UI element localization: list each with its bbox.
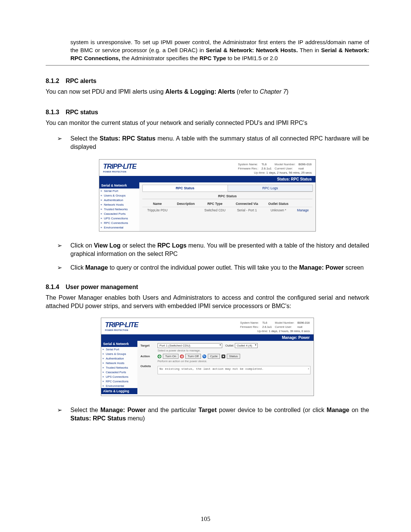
tab-rpc-logs[interactable]: RPC Logs bbox=[228, 185, 313, 192]
sidebar-item[interactable]: Cascaded Ports bbox=[101, 370, 137, 374]
outlet-select[interactable]: Outlet 4 (4) bbox=[235, 343, 258, 348]
target-select[interactable]: Port 1 (Switched CDU) bbox=[158, 343, 222, 348]
sidebar-item[interactable]: RPC Connections bbox=[99, 220, 139, 225]
sidebar-item[interactable]: Trusted Networks bbox=[99, 207, 139, 211]
sidebar-header: Serial & Network bbox=[99, 182, 139, 189]
heading-813-title: RPC status bbox=[65, 109, 98, 115]
tripplite-logo: TRIPP·LITE bbox=[105, 321, 138, 331]
target-hint: Select a power device to manage. bbox=[158, 349, 311, 352]
page-title-bar: Status: RPC Status bbox=[99, 176, 315, 182]
bullet-813-1: Select the Status: RPC Status menu. A ta… bbox=[53, 134, 369, 151]
screenshot-rpc-status: TRIPP·LITE System Name:TL6 Model Number:… bbox=[99, 159, 316, 232]
rpc-table: Name Description RPC Type Connected Via … bbox=[142, 201, 312, 213]
cycle-icon: ↻ bbox=[202, 355, 206, 358]
system-meta: System Name:TL6 Model Number:B096-016 Fi… bbox=[238, 163, 312, 174]
action-label: Action bbox=[140, 355, 158, 358]
sidebar-header: Serial & Network bbox=[101, 341, 137, 347]
sidebar-item[interactable]: RPC Connections bbox=[101, 379, 137, 383]
sidebar-item[interactable]: Serial Port bbox=[101, 347, 137, 351]
turn-off-button[interactable]: Turn Off bbox=[185, 354, 201, 359]
turn-on-button[interactable]: Turn On bbox=[163, 354, 178, 359]
sidebar-item[interactable]: Users & Groups bbox=[99, 193, 139, 198]
body-812: You can now set PDU and IPMI alerts usin… bbox=[46, 88, 369, 96]
status-button[interactable]: Status bbox=[227, 354, 240, 359]
cycle-button[interactable]: Cycle bbox=[208, 354, 220, 359]
sidebar-item[interactable]: UPS Connections bbox=[101, 374, 137, 379]
sidebar-item[interactable]: Trusted Networks bbox=[101, 365, 137, 370]
heading-814-title: User power management bbox=[65, 284, 138, 290]
power-on-icon: ⏻ bbox=[158, 355, 161, 358]
sidebar-item[interactable]: Cascaded Ports bbox=[99, 211, 139, 216]
sidebar: Serial & Network Serial Port Users & Gro… bbox=[99, 182, 139, 231]
sidebar-item[interactable]: Environmental bbox=[99, 225, 139, 230]
heading-812: 8.1.2 RPC alerts bbox=[46, 78, 369, 85]
sidebar-item[interactable]: Environmental bbox=[101, 383, 137, 388]
group-title: RPC Status bbox=[142, 193, 312, 199]
bullet-814-1: Select the Manage: Power and the particu… bbox=[53, 406, 369, 422]
target-label: Target bbox=[140, 344, 158, 347]
sidebar-item[interactable]: Authentication bbox=[99, 198, 139, 202]
manage-link[interactable]: Manage bbox=[297, 208, 309, 212]
sidebar-item[interactable]: Authentication bbox=[101, 356, 137, 361]
heading-813: 8.1.3 RPC status bbox=[46, 109, 369, 116]
power-off-icon: ⏻ bbox=[180, 355, 184, 358]
sidebar-item[interactable]: UPS Connections bbox=[99, 216, 139, 220]
heading-812-num: 8.1.2 bbox=[46, 78, 64, 85]
bullet-813-2: Click on View Log or select the RPC Logs… bbox=[53, 241, 369, 258]
sidebar-item[interactable]: Serial Port bbox=[99, 189, 139, 193]
screenshot-manage-power: TRIPP·LITE System Name:TL6 Model Number:… bbox=[101, 318, 314, 396]
intro-note: system is unresponsive. To set up IPMI p… bbox=[46, 38, 369, 66]
heading-814: 8.1.4 User power management bbox=[46, 284, 369, 291]
outlet-label: Outlet bbox=[225, 344, 233, 347]
page-title-bar: Manage: Power bbox=[101, 334, 314, 341]
sidebar-header-alerts: Alerts & Logging bbox=[101, 388, 137, 394]
sidebar-item[interactable]: Network Hosts bbox=[99, 202, 139, 207]
tab-rpc-status[interactable]: RPC Status bbox=[142, 185, 228, 192]
outlets-label: Outlets bbox=[140, 364, 158, 368]
intro-t4: to be IPMI1.5 or 2.0 bbox=[226, 55, 278, 61]
sidebar-item[interactable]: Network Hosts bbox=[101, 361, 137, 365]
heading-812-title: RPC alerts bbox=[65, 78, 96, 84]
action-hint: Perform an action on the power device. bbox=[158, 359, 311, 363]
body-814-intro: The Power Manager enables both Users and… bbox=[46, 294, 369, 310]
intro-t2: Then in bbox=[298, 47, 321, 53]
status-icon: ■ bbox=[221, 355, 225, 358]
tripplite-logo: TRIPP·LITE bbox=[103, 163, 136, 173]
table-row: TrippLite PDU Switched CDU Serial - Port… bbox=[142, 207, 312, 214]
outlets-output: No existing status, the last action may … bbox=[158, 366, 311, 374]
sidebar: Serial & Network Serial Port Users & Gro… bbox=[101, 341, 137, 396]
intro-t3: the Administrator specifies the bbox=[120, 55, 199, 61]
intro-b3: RPC Type bbox=[199, 55, 226, 61]
bullet-813-3: Click Manage to query or control the ind… bbox=[53, 264, 369, 272]
system-meta: System Name:TL6 Model Number:B096-016 Fi… bbox=[240, 321, 310, 333]
heading-814-num: 8.1.4 bbox=[46, 284, 64, 291]
heading-813-num: 8.1.3 bbox=[46, 109, 64, 116]
page-number: 105 bbox=[0, 515, 411, 523]
body-813-intro: You can monitor the current status of yo… bbox=[46, 119, 369, 127]
intro-b1: Serial & Network: Network Hosts. bbox=[206, 47, 298, 53]
sidebar-item[interactable]: Users & Groups bbox=[101, 351, 137, 356]
